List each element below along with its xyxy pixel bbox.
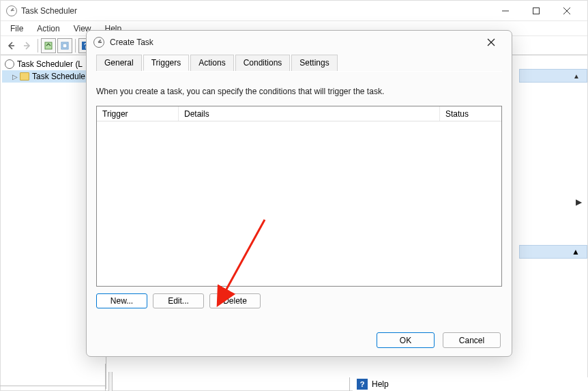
- ok-button[interactable]: OK: [377, 332, 435, 348]
- window-controls: [490, 1, 582, 20]
- clock-icon: [6, 5, 17, 16]
- create-task-dialog: Create Task General Triggers Actions Con…: [86, 30, 512, 357]
- dialog-body: General Triggers Actions Conditions Sett…: [87, 54, 512, 318]
- tab-triggers[interactable]: Triggers: [143, 55, 190, 71]
- expand-icon[interactable]: ▷: [12, 73, 18, 81]
- help-icon: ?: [357, 379, 368, 390]
- action-arrow[interactable]: ▶: [576, 197, 582, 207]
- status-bar: ? Help: [0, 364, 588, 391]
- tree-child-label: Task Schedule: [32, 72, 85, 81]
- status-left: [0, 364, 106, 391]
- svg-rect-8: [63, 44, 67, 48]
- triggers-listview[interactable]: Trigger Details Status: [96, 106, 502, 287]
- tool-icon-2[interactable]: [57, 38, 72, 53]
- chevron-up-icon: ▲: [572, 247, 580, 257]
- menu-file[interactable]: File: [3, 23, 30, 35]
- tabstrip: General Triggers Actions Conditions Sett…: [96, 55, 502, 72]
- tab-actions[interactable]: Actions: [190, 55, 233, 71]
- cancel-button[interactable]: Cancel: [443, 332, 501, 348]
- help-label: Help: [372, 379, 389, 389]
- column-details[interactable]: Details: [179, 106, 440, 121]
- maximize-button[interactable]: [520, 1, 551, 20]
- hint-text: When you create a task, you can specify …: [96, 81, 502, 106]
- edit-button[interactable]: Edit...: [153, 293, 204, 308]
- tree-root-label: Task Scheduler (L: [17, 59, 83, 69]
- new-button[interactable]: New...: [96, 293, 147, 308]
- tab-general[interactable]: General: [96, 55, 142, 71]
- tab-settings[interactable]: Settings: [291, 55, 337, 71]
- clock-icon: [5, 59, 14, 69]
- tab-conditions[interactable]: Conditions: [235, 55, 291, 71]
- forward-button[interactable]: [20, 38, 35, 53]
- minimize-button[interactable]: [490, 1, 520, 20]
- button-row: New... Edit... Delete: [96, 287, 502, 308]
- chevron-up-icon: ▲: [573, 72, 580, 80]
- menu-action[interactable]: Action: [30, 23, 66, 35]
- titlebar: Task Scheduler: [1, 1, 587, 21]
- delete-button[interactable]: Delete: [209, 293, 261, 308]
- status-mid: ? Help: [106, 364, 588, 391]
- close-button[interactable]: [551, 1, 582, 20]
- dialog-title: Create Task: [110, 38, 477, 47]
- tool-icon-1[interactable]: [41, 38, 56, 53]
- action-strip: ▲: [519, 69, 587, 83]
- window-title: Task Scheduler: [21, 6, 490, 16]
- dialog-titlebar: Create Task: [87, 31, 512, 54]
- action-collapse-2[interactable]: ▲: [519, 245, 587, 259]
- clock-icon: [93, 37, 104, 48]
- column-trigger[interactable]: Trigger: [97, 106, 179, 121]
- listview-header: Trigger Details Status: [97, 106, 501, 121]
- folder-icon: [20, 72, 29, 81]
- svg-rect-1: [533, 8, 539, 14]
- dialog-footer: OK Cancel: [377, 332, 501, 348]
- splitter[interactable]: [108, 372, 113, 391]
- toolbar-separator: [38, 39, 38, 53]
- action-collapse-1[interactable]: ▲: [519, 69, 587, 83]
- tab-panel: When you create a task, you can specify …: [96, 71, 502, 318]
- column-status[interactable]: Status: [440, 106, 501, 121]
- back-button[interactable]: [3, 38, 18, 53]
- toolbar-separator: [75, 39, 76, 53]
- help-row[interactable]: ? Help: [353, 377, 588, 391]
- dialog-close-button[interactable]: [477, 33, 505, 52]
